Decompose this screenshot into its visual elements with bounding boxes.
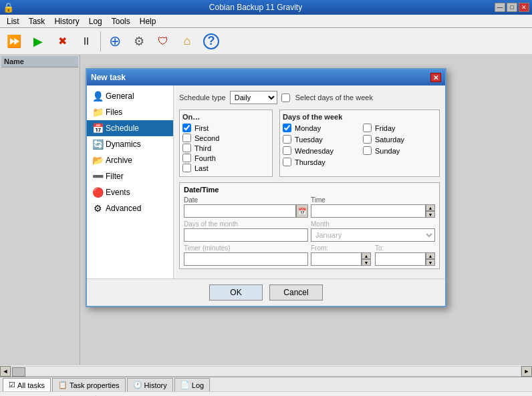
select-days-checkbox[interactable] <box>281 93 290 102</box>
help-button[interactable]: ? <box>200 30 223 53</box>
from-up-button[interactable]: ▲ <box>362 252 371 259</box>
sidebar-item-general[interactable]: 👤 General <box>87 88 173 104</box>
menu-history[interactable]: History <box>50 15 83 27</box>
scroll-left-button[interactable]: ◄ <box>0 366 11 377</box>
thursday-checkbox[interactable] <box>283 158 291 166</box>
to-up-button[interactable]: ▲ <box>426 252 435 259</box>
on-first-checkbox[interactable] <box>182 124 191 132</box>
close-button[interactable]: ✕ <box>519 3 529 12</box>
sidebar-item-advanced[interactable]: ⚙ Advanced <box>87 200 173 216</box>
from-down-button[interactable]: ▼ <box>362 259 371 266</box>
protection-button[interactable]: 🛡 <box>152 30 174 53</box>
schedule-type-select[interactable]: Daily Weekly Monthly Once Timer Manually <box>230 91 277 104</box>
sidebar-item-archive[interactable]: 📂 Archive <box>87 152 173 168</box>
date-picker-button[interactable]: 📅 <box>296 204 308 218</box>
stop-button[interactable]: ✖ <box>51 30 74 53</box>
time-input[interactable]: 17:31:22 <box>311 204 426 218</box>
sidebar-label-advanced: Advanced <box>106 204 141 213</box>
on-second-checkbox[interactable] <box>182 134 191 142</box>
friday-row: Friday <box>363 124 436 132</box>
scrollbar-track[interactable] <box>11 366 521 377</box>
tab-log[interactable]: 📄 Log <box>174 378 210 391</box>
to-down-button[interactable]: ▼ <box>426 259 435 266</box>
menu-list[interactable]: List <box>3 15 23 27</box>
friday-checkbox[interactable] <box>363 124 372 132</box>
on-fourth-label: Fourth <box>194 154 216 162</box>
thursday-label: Thursday <box>295 158 325 166</box>
date-input-row: 04.09.2016 📅 <box>184 204 308 218</box>
scrollbar-thumb[interactable] <box>12 367 25 377</box>
wednesday-checkbox[interactable] <box>283 146 291 155</box>
add-button[interactable]: ⊕ <box>104 30 126 53</box>
ok-button[interactable]: OK <box>209 284 263 301</box>
schedule-type-label: Schedule type <box>179 93 226 102</box>
from-group: From: 0:00:00 ▲ ▼ <box>311 244 371 266</box>
monday-checkbox[interactable] <box>283 124 291 132</box>
all-tasks-icon: ☑ <box>9 381 15 389</box>
sidebar-item-files[interactable]: 📁 Files <box>87 104 173 120</box>
settings-button[interactable]: ⚙ <box>128 30 150 53</box>
minimize-button[interactable]: — <box>495 3 505 12</box>
general-icon: 👤 <box>92 91 103 102</box>
from-spinner: ▲ ▼ <box>362 252 371 266</box>
pause-icon: ⏸ <box>81 35 92 47</box>
to-input[interactable]: 23:59:59 <box>375 252 426 266</box>
events-icon: 🔴 <box>92 187 103 198</box>
saturday-checkbox[interactable] <box>363 135 372 144</box>
saturday-label: Saturday <box>375 136 404 144</box>
timer-input[interactable]: 180 <box>184 252 308 266</box>
menu-task[interactable]: Task <box>25 15 49 27</box>
filter-icon: ➖ <box>92 171 103 182</box>
to-label: To: <box>375 244 435 252</box>
home-button[interactable]: ⌂ <box>176 30 198 53</box>
month-label: Month <box>311 220 435 228</box>
on-last-checkbox[interactable] <box>182 164 191 172</box>
on-third-label: Third <box>194 144 211 152</box>
datetime-grid: Date 04.09.2016 📅 Time 17:31:22 <box>184 196 435 266</box>
tab-history[interactable]: 🕐 History <box>127 378 173 391</box>
archive-icon: 📂 <box>92 155 103 166</box>
on-fourth-checkbox[interactable] <box>182 154 191 162</box>
date-input[interactable]: 04.09.2016 <box>184 204 296 218</box>
from-input[interactable]: 0:00:00 <box>311 252 362 266</box>
saturday-row: Saturday <box>363 135 436 144</box>
on-third-checkbox[interactable] <box>182 144 191 152</box>
help-icon: ? <box>203 33 219 49</box>
all-tasks-label: All tasks <box>17 381 45 389</box>
menu-help[interactable]: Help <box>136 15 160 27</box>
cancel-button[interactable]: Cancel <box>269 284 323 301</box>
gear-icon: ⚙ <box>134 34 144 49</box>
sidebar-item-events[interactable]: 🔴 Events <box>87 184 173 200</box>
modal-overlay: New task ✕ 👤 General 📁 Files 📅 <box>0 55 532 365</box>
month-select[interactable]: January February March <box>311 228 435 242</box>
toolbar-separator-1 <box>100 31 101 51</box>
dialog-new-task: New task ✕ 👤 General 📁 Files 📅 <box>86 68 446 307</box>
menu-tools[interactable]: Tools <box>108 15 134 27</box>
tab-all-tasks[interactable]: ☑ All tasks <box>3 378 51 391</box>
schedule-type-row: Schedule type Daily Weekly Monthly Once … <box>179 91 440 104</box>
advanced-icon: ⚙ <box>92 203 103 214</box>
app-icon: 🔒 <box>3 2 14 13</box>
pause-button[interactable]: ⏸ <box>75 30 98 53</box>
sidebar-item-filter[interactable]: ➖ Filter <box>87 168 173 184</box>
time-up-button[interactable]: ▲ <box>426 204 435 211</box>
scroll-right-button[interactable]: ► <box>521 366 532 377</box>
tab-task-properties[interactable]: 📋 Task properties <box>52 378 126 391</box>
maximize-button[interactable]: □ <box>507 3 517 12</box>
dialog-close-button[interactable]: ✕ <box>430 73 441 82</box>
sidebar-label-archive: Archive <box>106 156 132 165</box>
select-days-label: Select days of the week <box>295 93 373 102</box>
on-second-label: Second <box>194 134 219 142</box>
sidebar-item-dynamics[interactable]: 🔄 Dynamics <box>87 136 173 152</box>
sidebar-item-schedule[interactable]: 📅 Schedule <box>87 120 173 136</box>
date-label: Date <box>184 196 308 204</box>
days-section: Days of the week Monday Friday <box>279 110 440 177</box>
days-month-input[interactable]: 1 <box>184 228 308 242</box>
menu-log[interactable]: Log <box>85 15 106 27</box>
home-icon: ⌂ <box>184 34 191 48</box>
run-button[interactable]: ▶ <box>27 30 49 53</box>
sunday-checkbox[interactable] <box>363 146 372 155</box>
time-down-button[interactable]: ▼ <box>426 211 435 218</box>
tuesday-checkbox[interactable] <box>283 135 291 144</box>
run-all-button[interactable]: ⏩ <box>3 30 25 53</box>
